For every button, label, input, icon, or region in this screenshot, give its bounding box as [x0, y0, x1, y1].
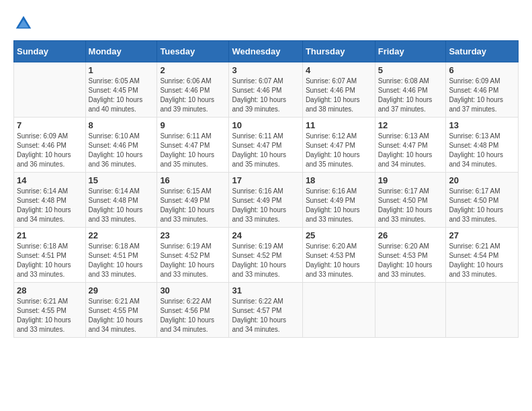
day-info: Sunrise: 6:17 AM Sunset: 4:50 PM Dayligh… — [449, 187, 515, 224]
day-number: 31 — [232, 285, 299, 295]
day-cell — [446, 283, 519, 338]
day-number: 19 — [378, 175, 443, 185]
day-info: Sunrise: 6:09 AM Sunset: 4:46 PM Dayligh… — [17, 132, 83, 169]
day-number: 6 — [449, 65, 515, 75]
day-info: Sunrise: 6:19 AM Sunset: 4:52 PM Dayligh… — [232, 242, 299, 279]
day-number: 26 — [378, 230, 443, 240]
day-cell: 14Sunrise: 6:14 AM Sunset: 4:48 PM Dayli… — [14, 173, 86, 228]
day-info: Sunrise: 6:19 AM Sunset: 4:52 PM Dayligh… — [160, 242, 226, 279]
day-cell: 4Sunrise: 6:07 AM Sunset: 4:46 PM Daylig… — [302, 62, 375, 118]
day-number: 9 — [160, 120, 226, 130]
day-number: 25 — [306, 230, 372, 240]
day-info: Sunrise: 6:13 AM Sunset: 4:48 PM Dayligh… — [449, 132, 515, 169]
column-header-sunday: Sunday — [14, 41, 86, 62]
day-number: 2 — [160, 65, 226, 75]
day-info: Sunrise: 6:07 AM Sunset: 4:46 PM Dayligh… — [232, 77, 299, 114]
day-info: Sunrise: 6:18 AM Sunset: 4:51 PM Dayligh… — [17, 242, 83, 279]
day-number: 29 — [89, 285, 154, 295]
day-info: Sunrise: 6:11 AM Sunset: 4:47 PM Dayligh… — [160, 132, 226, 169]
day-cell: 9Sunrise: 6:11 AM Sunset: 4:47 PM Daylig… — [157, 118, 229, 173]
day-number: 22 — [89, 230, 154, 240]
logo-icon — [13, 13, 34, 34]
day-number: 16 — [160, 175, 226, 185]
day-cell: 3Sunrise: 6:07 AM Sunset: 4:46 PM Daylig… — [229, 62, 302, 118]
day-cell: 21Sunrise: 6:18 AM Sunset: 4:51 PM Dayli… — [14, 228, 86, 283]
day-cell: 16Sunrise: 6:15 AM Sunset: 4:49 PM Dayli… — [157, 173, 229, 228]
column-header-tuesday: Tuesday — [157, 41, 229, 62]
week-row-2: 7Sunrise: 6:09 AM Sunset: 4:46 PM Daylig… — [14, 118, 519, 173]
day-cell: 31Sunrise: 6:22 AM Sunset: 4:57 PM Dayli… — [229, 283, 302, 338]
column-header-friday: Friday — [375, 41, 446, 62]
column-header-thursday: Thursday — [302, 41, 375, 62]
day-info: Sunrise: 6:21 AM Sunset: 4:55 PM Dayligh… — [89, 297, 154, 334]
day-info: Sunrise: 6:16 AM Sunset: 4:49 PM Dayligh… — [306, 187, 372, 224]
day-cell: 5Sunrise: 6:08 AM Sunset: 4:46 PM Daylig… — [375, 62, 446, 118]
day-info: Sunrise: 6:05 AM Sunset: 4:45 PM Dayligh… — [89, 77, 154, 114]
day-cell: 7Sunrise: 6:09 AM Sunset: 4:46 PM Daylig… — [14, 118, 86, 173]
day-cell: 20Sunrise: 6:17 AM Sunset: 4:50 PM Dayli… — [446, 173, 519, 228]
day-info: Sunrise: 6:13 AM Sunset: 4:47 PM Dayligh… — [378, 132, 443, 169]
day-number: 21 — [17, 230, 83, 240]
day-number: 24 — [232, 230, 299, 240]
day-cell — [302, 283, 375, 338]
day-cell: 29Sunrise: 6:21 AM Sunset: 4:55 PM Dayli… — [85, 283, 157, 338]
logo — [13, 13, 36, 34]
day-number: 14 — [17, 175, 83, 185]
day-info: Sunrise: 6:16 AM Sunset: 4:49 PM Dayligh… — [232, 187, 299, 224]
week-row-5: 28Sunrise: 6:21 AM Sunset: 4:55 PM Dayli… — [14, 283, 519, 338]
day-info: Sunrise: 6:20 AM Sunset: 4:53 PM Dayligh… — [378, 242, 443, 279]
day-cell: 2Sunrise: 6:06 AM Sunset: 4:46 PM Daylig… — [157, 62, 229, 118]
day-info: Sunrise: 6:22 AM Sunset: 4:56 PM Dayligh… — [160, 297, 226, 334]
day-number: 30 — [160, 285, 226, 295]
column-headers: SundayMondayTuesdayWednesdayThursdayFrid… — [14, 41, 519, 62]
day-info: Sunrise: 6:09 AM Sunset: 4:46 PM Dayligh… — [449, 77, 515, 114]
day-cell: 13Sunrise: 6:13 AM Sunset: 4:48 PM Dayli… — [446, 118, 519, 173]
day-info: Sunrise: 6:08 AM Sunset: 4:46 PM Dayligh… — [378, 77, 443, 114]
page-header — [13, 13, 519, 34]
day-number: 4 — [306, 65, 372, 75]
day-info: Sunrise: 6:20 AM Sunset: 4:53 PM Dayligh… — [306, 242, 372, 279]
day-cell: 17Sunrise: 6:16 AM Sunset: 4:49 PM Dayli… — [229, 173, 302, 228]
day-info: Sunrise: 6:15 AM Sunset: 4:49 PM Dayligh… — [160, 187, 226, 224]
day-cell: 11Sunrise: 6:12 AM Sunset: 4:47 PM Dayli… — [302, 118, 375, 173]
day-cell: 19Sunrise: 6:17 AM Sunset: 4:50 PM Dayli… — [375, 173, 446, 228]
day-number: 8 — [89, 120, 154, 130]
day-number: 12 — [378, 120, 443, 130]
day-info: Sunrise: 6:11 AM Sunset: 4:47 PM Dayligh… — [232, 132, 299, 169]
day-cell: 10Sunrise: 6:11 AM Sunset: 4:47 PM Dayli… — [229, 118, 302, 173]
day-cell: 15Sunrise: 6:14 AM Sunset: 4:48 PM Dayli… — [85, 173, 157, 228]
week-row-3: 14Sunrise: 6:14 AM Sunset: 4:48 PM Dayli… — [14, 173, 519, 228]
day-info: Sunrise: 6:22 AM Sunset: 4:57 PM Dayligh… — [232, 297, 299, 334]
day-number: 17 — [232, 175, 299, 185]
day-number: 20 — [449, 175, 515, 185]
day-cell: 12Sunrise: 6:13 AM Sunset: 4:47 PM Dayli… — [375, 118, 446, 173]
day-number: 15 — [89, 175, 154, 185]
day-info: Sunrise: 6:14 AM Sunset: 4:48 PM Dayligh… — [89, 187, 154, 224]
day-number: 23 — [160, 230, 226, 240]
day-number: 1 — [89, 65, 154, 75]
day-cell: 6Sunrise: 6:09 AM Sunset: 4:46 PM Daylig… — [446, 62, 519, 118]
column-header-monday: Monday — [85, 41, 157, 62]
week-row-1: 1Sunrise: 6:05 AM Sunset: 4:45 PM Daylig… — [14, 62, 519, 118]
day-info: Sunrise: 6:14 AM Sunset: 4:48 PM Dayligh… — [17, 187, 83, 224]
calendar-table: SundayMondayTuesdayWednesdayThursdayFrid… — [13, 40, 519, 338]
day-cell — [14, 62, 86, 118]
day-cell — [375, 283, 446, 338]
column-header-wednesday: Wednesday — [229, 41, 302, 62]
day-info: Sunrise: 6:12 AM Sunset: 4:47 PM Dayligh… — [306, 132, 372, 169]
day-info: Sunrise: 6:21 AM Sunset: 4:54 PM Dayligh… — [449, 242, 515, 279]
day-cell: 25Sunrise: 6:20 AM Sunset: 4:53 PM Dayli… — [302, 228, 375, 283]
day-number: 11 — [306, 120, 372, 130]
day-number: 27 — [449, 230, 515, 240]
day-number: 7 — [17, 120, 83, 130]
day-info: Sunrise: 6:07 AM Sunset: 4:46 PM Dayligh… — [306, 77, 372, 114]
day-cell: 22Sunrise: 6:18 AM Sunset: 4:51 PM Dayli… — [85, 228, 157, 283]
day-number: 10 — [232, 120, 299, 130]
day-info: Sunrise: 6:21 AM Sunset: 4:55 PM Dayligh… — [17, 297, 83, 334]
day-cell: 24Sunrise: 6:19 AM Sunset: 4:52 PM Dayli… — [229, 228, 302, 283]
day-cell: 8Sunrise: 6:10 AM Sunset: 4:46 PM Daylig… — [85, 118, 157, 173]
day-cell: 27Sunrise: 6:21 AM Sunset: 4:54 PM Dayli… — [446, 228, 519, 283]
day-info: Sunrise: 6:18 AM Sunset: 4:51 PM Dayligh… — [89, 242, 154, 279]
day-cell: 23Sunrise: 6:19 AM Sunset: 4:52 PM Dayli… — [157, 228, 229, 283]
day-number: 13 — [449, 120, 515, 130]
